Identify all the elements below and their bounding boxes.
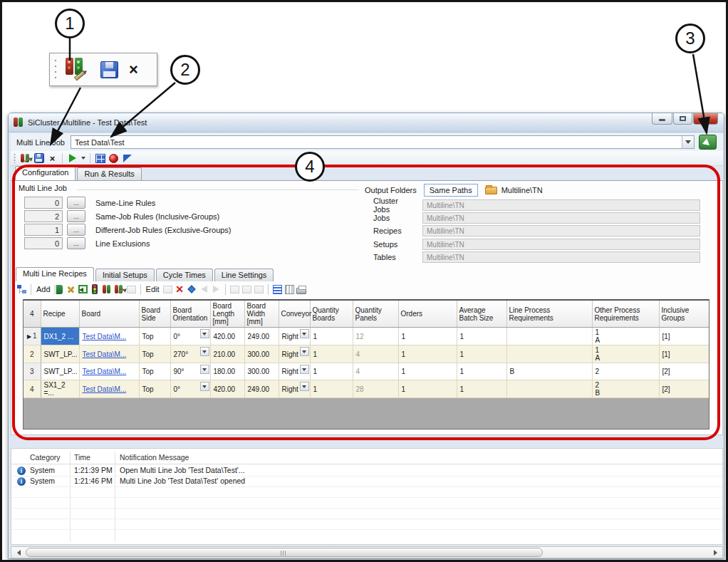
close-icon[interactable]: ×: [129, 62, 138, 78]
col-board[interactable]: Board: [79, 301, 139, 328]
recipe-cell[interactable]: SX1_2 =...: [41, 380, 79, 398]
inclusive-groups-cell[interactable]: [1]: [659, 345, 709, 363]
quantity-boards-cell[interactable]: 1: [310, 363, 353, 380]
cell-dropdown-icon[interactable]: [200, 382, 209, 391]
conveyor-cell[interactable]: Right: [279, 363, 310, 380]
tables-path-field[interactable]: Multiline\TN: [422, 251, 700, 263]
different-job-rules-count[interactable]: 1: [24, 224, 63, 236]
average-batch-size-cell[interactable]: 1: [457, 380, 506, 398]
list-icon[interactable]: [271, 283, 284, 295]
redo-disabled-icon[interactable]: [210, 283, 222, 295]
col-conveyor[interactable]: Conveyor: [279, 301, 310, 328]
different-job-rules-browse-button[interactable]: ...: [67, 224, 85, 236]
board-width-cell[interactable]: 249.00: [244, 380, 279, 398]
quantity-boards-cell[interactable]: 1: [310, 380, 353, 398]
cell-dropdown-icon[interactable]: [300, 347, 309, 356]
title-bar[interactable]: SiCluster Multiline - Test Data\Test: [9, 113, 724, 132]
import-icon[interactable]: [77, 283, 89, 295]
quantity-panels-cell[interactable]: 28: [353, 380, 398, 398]
maximize-button[interactable]: [673, 113, 692, 125]
board-link-cell[interactable]: Test Data\M...: [79, 380, 139, 398]
save-icon[interactable]: [100, 61, 118, 78]
board-length-cell[interactable]: 420.00: [210, 380, 244, 398]
cluster-icon[interactable]: [93, 152, 107, 165]
abort-icon[interactable]: [107, 152, 120, 165]
notification-row[interactable]: i System 1:21:46 PM Multi Line Job 'Test…: [11, 477, 722, 487]
cell-dropdown-icon[interactable]: [300, 329, 309, 338]
line-process-cell[interactable]: [506, 328, 592, 345]
category-header[interactable]: Category: [30, 453, 61, 462]
board-link-cell[interactable]: Test Data\M...: [79, 328, 139, 345]
conveyor-cell[interactable]: Right: [279, 380, 310, 398]
same-job-rules-browse-button[interactable]: ...: [67, 210, 85, 222]
other-process-cell[interactable]: 2: [592, 363, 659, 380]
delete-icon[interactable]: ✕: [174, 283, 186, 295]
cluster-jobs-path-field[interactable]: Multiline\TN: [422, 199, 700, 211]
tab-configuration[interactable]: Configuration: [15, 166, 76, 180]
col-board-side[interactable]: Board Side: [139, 301, 170, 328]
col-board-orientation[interactable]: Board Orientation: [170, 301, 210, 328]
col-quantity-boards[interactable]: Quantity Boards: [310, 301, 353, 328]
traffic-light-icon[interactable]: [89, 283, 101, 295]
quantity-panels-cell[interactable]: 4: [353, 363, 398, 380]
inclusive-groups-cell[interactable]: [1]: [659, 328, 709, 345]
same-line-rules-count[interactable]: 0: [24, 197, 63, 209]
message-header[interactable]: Notification Message: [120, 453, 189, 462]
print-icon[interactable]: [296, 283, 308, 295]
board-width-cell[interactable]: 300.00: [244, 345, 279, 363]
recipes-path-field[interactable]: Multiline\TN: [422, 225, 700, 236]
orders-cell[interactable]: 1: [398, 328, 457, 345]
col-board-length[interactable]: Board Length [mm]: [210, 301, 244, 328]
time-header[interactable]: Time: [74, 453, 90, 462]
row-header[interactable]: 2: [24, 345, 41, 363]
line-process-cell[interactable]: [506, 380, 592, 398]
col-orders[interactable]: Orders: [398, 301, 457, 328]
setups-path-field[interactable]: Multiline\TN: [422, 239, 700, 250]
line-process-cell[interactable]: [506, 345, 592, 363]
cell-dropdown-icon[interactable]: [300, 382, 309, 391]
horizontal-scrollbar[interactable]: [11, 546, 723, 558]
inclusive-groups-cell[interactable]: [2]: [659, 380, 709, 398]
row-header[interactable]: ▶1: [24, 328, 41, 345]
col-inclusive-groups[interactable]: Inclusive Groups: [659, 301, 709, 328]
tab-multi-line-recipes[interactable]: Multi Line Recipes: [16, 267, 94, 281]
board-length-cell[interactable]: 210.00: [210, 345, 244, 363]
quantity-boards-cell[interactable]: 1: [310, 345, 353, 363]
tools-icon[interactable]: [65, 283, 77, 295]
board-orientation-cell[interactable]: 90°: [170, 363, 210, 380]
combo-dropdown-icon[interactable]: [682, 136, 694, 148]
tab-initial-setups[interactable]: Initial Setups: [95, 269, 155, 281]
nav-prev-disabled-icon[interactable]: [241, 283, 253, 295]
line-exclusions-browse-button[interactable]: ...: [67, 237, 85, 249]
run-dropdown-icon[interactable]: [79, 152, 87, 165]
quantity-panels-cell[interactable]: 4: [353, 345, 398, 363]
board-length-cell[interactable]: 420.00: [210, 328, 244, 345]
minimize-button[interactable]: [652, 113, 672, 125]
folder-icon[interactable]: [485, 187, 497, 194]
table-disabled-icon[interactable]: [125, 283, 137, 295]
recipe-cell[interactable]: SWT_LP...: [41, 363, 79, 380]
orders-cell[interactable]: 1: [398, 380, 457, 398]
tab-cycle-times[interactable]: Cycle Times: [156, 269, 213, 281]
recipe-cell[interactable]: DX1_2 ...: [41, 328, 79, 345]
board-orientation-cell[interactable]: 0°: [170, 380, 210, 398]
cell-dropdown-icon[interactable]: [200, 347, 209, 356]
close-button[interactable]: ×: [693, 113, 718, 125]
recipe-cell[interactable]: SWT_LP...: [41, 345, 79, 363]
board-width-cell[interactable]: 300.00: [244, 363, 279, 380]
same-paths-button[interactable]: Same Paths: [424, 184, 478, 197]
col-other-process-requirements[interactable]: Other Process Requirements: [592, 301, 659, 328]
scroll-right-icon[interactable]: [709, 548, 721, 557]
tab-line-settings[interactable]: Line Settings: [214, 269, 274, 281]
conveyor-cell[interactable]: Right: [279, 328, 310, 345]
tree-view-icon[interactable]: [16, 283, 28, 295]
other-process-cell[interactable]: 1 A: [592, 345, 659, 363]
job-combo-box[interactable]: Test Data\Test: [71, 135, 695, 149]
undo-disabled-icon[interactable]: [198, 283, 210, 295]
board-link-cell[interactable]: Test Data\M...: [79, 363, 139, 380]
save-icon[interactable]: [32, 152, 46, 165]
col-recipe[interactable]: Recipe: [41, 301, 79, 328]
book-icon[interactable]: [53, 283, 65, 295]
col-quantity-panels[interactable]: Quantity Panels: [353, 301, 398, 328]
board-width-cell[interactable]: 249.00: [244, 328, 279, 345]
